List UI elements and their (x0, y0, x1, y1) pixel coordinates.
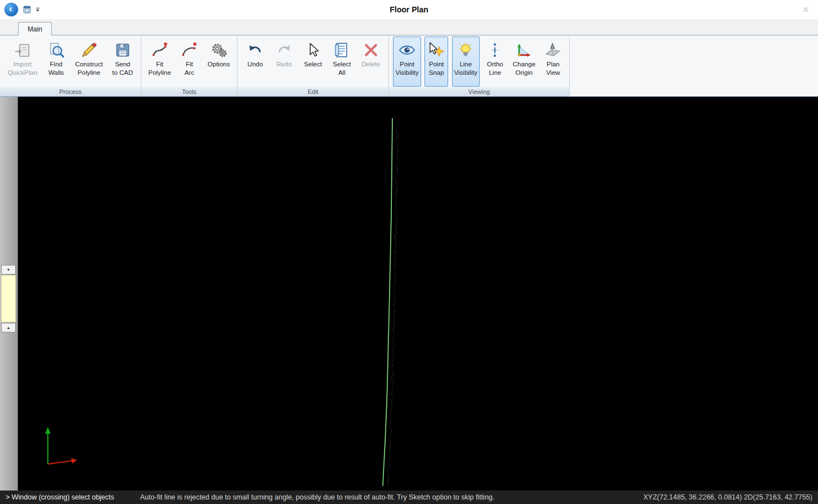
drawing-canvas[interactable] (18, 97, 818, 490)
title-bar: ‹ Floor Plan × (0, 0, 818, 19)
coordinate-readout: XYZ(72.1485, 36.2266, 0.0814) 2D(25.7163… (643, 493, 812, 501)
ribbon-group-edit: Undo Redo (238, 35, 389, 96)
fit-polyline-icon (151, 40, 168, 60)
button-label: Find Walls (48, 60, 64, 77)
button-label: Fit Polyline (149, 60, 171, 77)
eye-icon (399, 40, 415, 60)
button-label: Point Visibility (395, 60, 418, 77)
ortho-dashed-line-icon (486, 40, 503, 60)
cursor-star-icon (428, 40, 445, 60)
panel-scroll-up-button[interactable]: ▲ (1, 323, 16, 332)
find-walls-icon (48, 40, 65, 60)
point-visibility-button[interactable]: Point Visibility (393, 37, 421, 87)
plan-sheet-icon (544, 40, 561, 60)
ribbon: Import QuickPlan Find Walls (0, 35, 818, 97)
tab-main[interactable]: Main (18, 22, 52, 35)
left-panel-strip: ▼ ▲ (0, 97, 18, 490)
qat-dropdown-icon[interactable] (35, 7, 41, 12)
status-message: Auto-fit line is rejected due to small t… (140, 493, 495, 501)
fit-arc-icon (181, 40, 198, 60)
button-label: Redo (276, 60, 292, 69)
button-label: Options (208, 60, 230, 69)
panel-scroll-down-button[interactable]: ▼ (1, 265, 16, 274)
point-snap-button[interactable]: Point Snap (424, 37, 448, 87)
button-label: Delete (361, 60, 380, 69)
ucs-axis-icon (45, 427, 77, 464)
ribbon-tab-row: Main (0, 19, 818, 35)
red-x-icon (363, 40, 379, 60)
app-icon (23, 5, 32, 14)
select-all-document-icon (333, 40, 350, 60)
window-title: Floor Plan (0, 5, 818, 14)
options-button[interactable]: Options (205, 37, 233, 87)
construct-polyline-button[interactable]: Construct Polyline (73, 37, 105, 87)
ortho-line-button[interactable]: Ortho Line (483, 37, 507, 87)
button-label: Plan View (546, 60, 560, 77)
line-visibility-button[interactable]: Line Visibility (452, 37, 480, 87)
cursor-arrow-icon (305, 40, 321, 60)
delete-button[interactable]: Delete (359, 37, 383, 87)
group-caption-tools: Tools (141, 87, 237, 96)
ribbon-group-process: Import QuickPlan Find Walls (0, 35, 141, 96)
back-button[interactable]: ‹ (5, 3, 18, 16)
workspace: ▼ ▲ (0, 97, 818, 490)
construct-polyline-icon (81, 40, 97, 60)
button-label: Ortho Line (487, 60, 503, 77)
send-to-cad-icon (114, 40, 131, 60)
command-prompt-text: > Window (crossing) select objects (6, 493, 114, 501)
button-label: Import QuickPlan (8, 60, 37, 77)
button-label: Select All (333, 60, 351, 77)
origin-axes-icon (516, 40, 533, 60)
group-caption-edit: Edit (238, 87, 388, 96)
button-label: Change Origin (513, 60, 535, 77)
group-caption-process: Process (0, 87, 141, 96)
button-label: Send to CAD (112, 60, 133, 77)
button-label: Select (304, 60, 322, 69)
select-button[interactable]: Select (301, 37, 325, 87)
plan-view-button[interactable]: Plan View (541, 37, 565, 87)
find-walls-button[interactable]: Find Walls (44, 37, 68, 87)
fit-arc-button[interactable]: Fit Arc (177, 37, 201, 87)
import-quickplan-icon (14, 40, 31, 60)
button-label: Point Snap (429, 60, 444, 77)
group-caption-viewing: Viewing (389, 87, 569, 96)
ucs-y-arrowhead (45, 427, 51, 434)
ribbon-group-tools: Fit Polyline (141, 35, 238, 96)
send-to-cad-button[interactable]: Send to CAD (110, 37, 135, 87)
change-origin-button[interactable]: Change Origin (511, 37, 538, 87)
select-all-button[interactable]: Select All (330, 37, 354, 87)
close-button[interactable]: × (798, 4, 813, 15)
button-label: Undo (248, 60, 263, 69)
import-quickplan-button[interactable]: Import QuickPlan (6, 37, 39, 87)
light-bulb-icon (457, 40, 474, 60)
ucs-x-arrowhead (71, 458, 77, 464)
options-gears-icon (211, 40, 227, 60)
button-label: Fit Arc (185, 60, 194, 77)
panel-swatch (1, 275, 16, 322)
undo-button[interactable]: Undo (243, 37, 267, 87)
ucs-x-axis (48, 461, 72, 464)
status-bar: > Window (crossing) select objects Auto-… (0, 490, 818, 504)
redo-arrow-icon (276, 40, 293, 60)
button-label: Line Visibility (454, 60, 477, 77)
floor-plan-window: ‹ Floor Plan × Main (0, 0, 818, 504)
redo-button[interactable]: Redo (272, 37, 296, 87)
undo-arrow-icon (247, 40, 263, 60)
ribbon-group-viewing: Point Visibility Point Snap (389, 35, 570, 96)
fit-polyline-button[interactable]: Fit Polyline (146, 37, 173, 87)
button-label: Construct Polyline (75, 60, 102, 77)
fitted-wall-line[interactable] (383, 118, 392, 486)
ribbon-empty-space (570, 35, 818, 96)
